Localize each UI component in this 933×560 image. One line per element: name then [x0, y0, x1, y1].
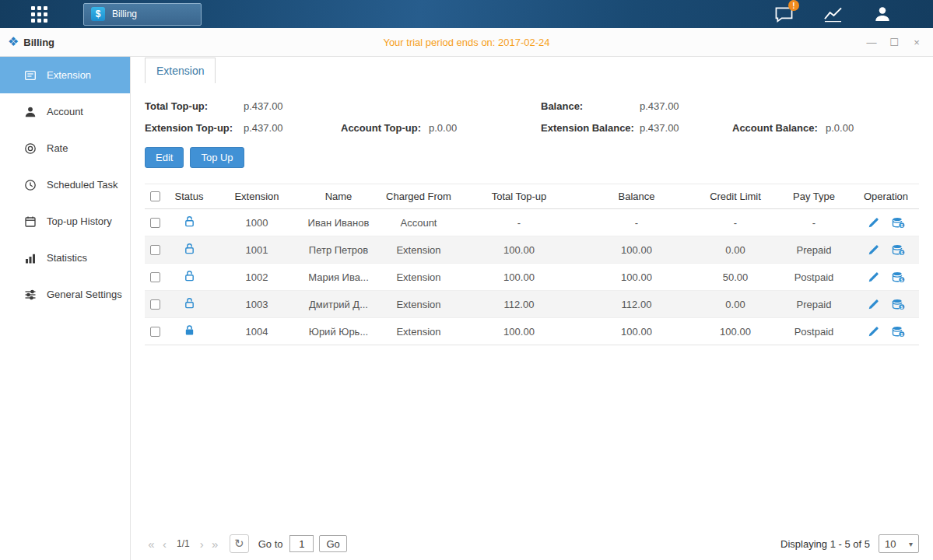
extension-topup-field: Extension Top-up: p.437.00	[145, 122, 341, 134]
reports-chart-icon[interactable]	[823, 4, 844, 24]
first-page-icon[interactable]: «	[145, 537, 158, 551]
chevron-down-icon: ▾	[909, 540, 913, 548]
sidebar-item-scheduled-task[interactable]: Scheduled Task	[0, 166, 130, 203]
page-size-select[interactable]: 10 ▾	[879, 534, 919, 553]
edit-icon[interactable]	[868, 326, 879, 338]
go-button[interactable]: Go	[319, 535, 346, 552]
sidebar-item-rate[interactable]: Rate	[0, 130, 130, 166]
prev-page-icon[interactable]: ‹	[158, 537, 171, 551]
main-panel: Extension Total Top-up: p.437.00 Balance…	[131, 57, 933, 560]
bar-chart-icon	[24, 252, 37, 264]
next-page-icon[interactable]: ›	[195, 537, 209, 551]
edit-icon[interactable]	[868, 244, 879, 256]
minimize-icon[interactable]: —	[866, 37, 877, 48]
select-all-checkbox[interactable]	[150, 191, 160, 201]
edit-icon[interactable]	[868, 299, 879, 310]
page-indicator: 1/1	[177, 538, 190, 549]
cell-charged-from: Extension	[377, 326, 461, 338]
cell-charged-from: Extension	[377, 244, 461, 256]
table-header-row: Status Extension Name Charged From Total…	[145, 184, 919, 209]
row-checkbox[interactable]	[150, 327, 160, 337]
cell-pay-type: Prepaid	[775, 244, 853, 256]
goto-page-input[interactable]	[289, 535, 314, 552]
row-checkbox[interactable]	[150, 218, 160, 228]
window-title-bar: ❖ Billing Your trial period ends on: 201…	[0, 28, 933, 57]
row-checkbox[interactable]	[150, 245, 160, 255]
refresh-icon: ↻	[234, 537, 244, 551]
unlocked-icon[interactable]	[184, 243, 195, 254]
billing-dollar-icon: $	[91, 7, 105, 21]
row-checkbox[interactable]	[150, 299, 160, 310]
tab-extension[interactable]: Extension	[145, 58, 216, 83]
edit-icon[interactable]	[868, 271, 879, 283]
cell-charged-from: Extension	[377, 299, 461, 310]
last-page-icon[interactable]: »	[209, 537, 222, 551]
edit-button[interactable]: Edit	[145, 147, 184, 168]
user-account-icon[interactable]	[872, 4, 893, 24]
sidebar-item-topup-history[interactable]: Top-up History	[0, 203, 130, 240]
messages-icon[interactable]: !	[773, 4, 794, 24]
extension-content: Total Top-up: p.437.00 Balance: p.437.00…	[131, 83, 933, 560]
person-icon	[24, 106, 37, 118]
table-row: 1002 Мария Ива... Extension 100.00 100.0…	[145, 264, 919, 291]
cell-name: Мария Ива...	[300, 271, 377, 283]
sidebar: Extension Account Rate Scheduled Task To…	[0, 57, 131, 560]
page-size-value: 10	[885, 538, 896, 550]
cell-credit-limit: 0.00	[696, 244, 775, 256]
top-bar-right-icons: !	[773, 4, 893, 24]
cell-pay-type: Postpaid	[775, 326, 853, 338]
sliders-icon	[24, 289, 37, 301]
displaying-text: Displaying 1 - 5 of 5	[780, 538, 870, 550]
window-title: ❖ Billing	[8, 36, 54, 48]
maximize-icon[interactable]: ☐	[889, 37, 900, 48]
cell-total-topup: 112.00	[461, 299, 577, 310]
close-icon[interactable]: ×	[911, 37, 922, 48]
table-row: 1003 Дмитрий Д... Extension 112.00 112.0…	[145, 291, 919, 318]
locked-icon[interactable]	[184, 324, 195, 336]
unlocked-icon[interactable]	[184, 270, 195, 282]
col-charged-from: Charged From	[377, 191, 461, 202]
cell-total-topup: 100.00	[461, 271, 577, 283]
account-balance-field: Account Balance: p.0.00	[732, 122, 919, 134]
top-up-icon[interactable]	[892, 299, 905, 310]
billing-app-window: $ Billing ! ❖ Billing Your trial period …	[0, 0, 933, 560]
top-up-button[interactable]: Top Up	[190, 147, 244, 168]
cell-extension: 1001	[213, 244, 300, 256]
top-up-icon[interactable]	[892, 217, 905, 229]
refresh-button[interactable]: ↻	[230, 534, 249, 553]
app-launcher-icon[interactable]	[31, 6, 47, 23]
sidebar-item-extension[interactable]: Extension	[0, 57, 130, 93]
unlocked-icon[interactable]	[184, 215, 195, 227]
cell-extension: 1000	[213, 217, 300, 229]
coin-icon	[24, 142, 37, 155]
col-balance: Balance	[577, 191, 696, 202]
system-top-bar: $ Billing !	[0, 0, 933, 28]
cell-balance: 100.00	[577, 271, 696, 283]
cell-credit-limit: 100.00	[696, 326, 775, 338]
unlocked-icon[interactable]	[184, 297, 195, 309]
table-body: 1000 Иван Иванов Account - - - -	[145, 209, 919, 345]
cell-extension: 1002	[213, 271, 300, 283]
table-row: 1001 Петр Петров Extension 100.00 100.00…	[145, 236, 919, 264]
sidebar-item-general-settings[interactable]: General Settings	[0, 276, 130, 313]
account-topup-field: Account Top-up: p.0.00	[341, 122, 541, 134]
col-total-topup: Total Top-up	[461, 191, 577, 202]
cell-total-topup: 100.00	[461, 326, 577, 338]
clock-icon	[24, 179, 37, 191]
sidebar-item-statistics[interactable]: Statistics	[0, 240, 130, 276]
total-topup-field: Total Top-up: p.437.00	[145, 100, 341, 112]
billing-app-tab[interactable]: $ Billing	[83, 3, 202, 26]
window-title-text: Billing	[23, 37, 54, 48]
cell-extension: 1004	[213, 326, 300, 338]
billing-logo-icon: ❖	[8, 36, 19, 48]
cell-charged-from: Extension	[377, 271, 461, 283]
sidebar-item-account[interactable]: Account	[0, 93, 130, 130]
row-checkbox[interactable]	[150, 272, 160, 282]
edit-icon[interactable]	[868, 217, 879, 229]
top-up-icon[interactable]	[892, 244, 905, 256]
top-up-icon[interactable]	[892, 271, 905, 283]
col-status: Status	[165, 191, 213, 202]
extension-balance-field: Extension Balance: p.437.00	[541, 122, 732, 134]
top-up-icon[interactable]	[892, 326, 905, 338]
calendar-icon	[24, 215, 37, 228]
